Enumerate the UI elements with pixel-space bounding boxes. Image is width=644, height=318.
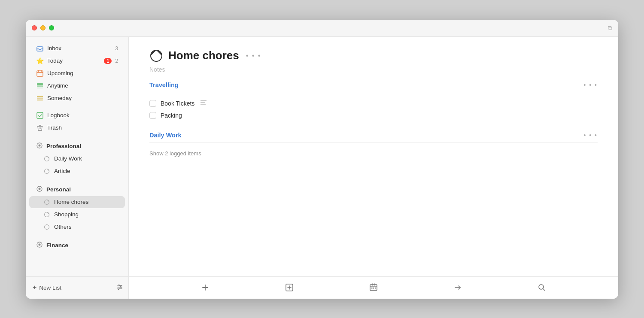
sidebar-item-someday[interactable]: Someday xyxy=(29,92,125,104)
book-tickets-checkbox[interactable] xyxy=(149,100,156,107)
personal-label: Personal xyxy=(46,186,71,193)
travelling-section-title[interactable]: Travelling xyxy=(149,82,179,88)
svg-point-30 xyxy=(120,286,122,288)
content-title-icon xyxy=(149,49,163,63)
today-icon: ⭐ xyxy=(36,57,44,65)
svg-rect-5 xyxy=(37,83,43,85)
sidebar-item-upcoming[interactable]: Upcoming xyxy=(29,67,125,79)
svg-point-31 xyxy=(118,288,119,289)
svg-point-49 xyxy=(539,285,544,289)
svg-line-50 xyxy=(543,289,545,291)
search-button[interactable] xyxy=(534,280,550,295)
close-button[interactable] xyxy=(32,25,37,30)
svg-rect-1 xyxy=(37,71,43,76)
sidebar-footer: + New List xyxy=(26,276,128,299)
show-logged-label: Show 2 logged items xyxy=(149,150,201,157)
sidebar-item-today[interactable]: ⭐ Today 1 2 xyxy=(29,55,125,67)
sidebar-item-trash[interactable]: Trash xyxy=(29,122,125,134)
move-button[interactable] xyxy=(450,280,465,295)
task-packing[interactable]: Packing xyxy=(149,109,598,121)
professional-group-icon xyxy=(36,142,43,150)
svg-point-25 xyxy=(39,243,41,245)
notes-field[interactable]: Notes xyxy=(149,66,598,76)
task-book-tickets[interactable]: Book Tickets xyxy=(149,97,598,109)
inbox-label: Inbox xyxy=(47,45,112,51)
daily-work-icon xyxy=(43,155,51,163)
professional-label: Professional xyxy=(46,143,81,149)
sidebar-item-shopping[interactable]: Shopping xyxy=(29,209,125,221)
svg-rect-6 xyxy=(37,85,43,87)
maximize-button[interactable] xyxy=(49,25,54,30)
svg-rect-46 xyxy=(373,288,374,289)
daily-work-section-title[interactable]: Daily Work xyxy=(149,132,182,139)
sidebar: Inbox 3 ⭐ Today 1 2 Upcoming xyxy=(26,37,129,299)
anytime-label: Anytime xyxy=(47,82,118,89)
minimize-button[interactable] xyxy=(40,25,46,30)
content-title-row: Home chores • • • xyxy=(149,49,598,63)
shopping-icon xyxy=(43,211,51,218)
shopping-label: Shopping xyxy=(54,211,118,218)
today-count: 2 xyxy=(115,58,118,64)
book-tickets-label: Book Tickets xyxy=(161,100,194,107)
others-label: Others xyxy=(54,224,118,230)
daily-work-more-button[interactable]: • • • xyxy=(584,132,598,139)
home-chores-label: Home chores xyxy=(54,199,118,205)
settings-icon[interactable] xyxy=(115,282,125,294)
logbook-icon xyxy=(36,112,44,119)
someday-icon xyxy=(36,94,44,102)
svg-rect-47 xyxy=(375,288,376,289)
svg-rect-8 xyxy=(37,96,43,97)
svg-point-23 xyxy=(45,224,49,229)
sidebar-section-personal[interactable]: Personal xyxy=(29,183,125,196)
svg-rect-33 xyxy=(200,100,207,101)
title-more-button[interactable]: • • • xyxy=(246,52,261,60)
plus-icon: + xyxy=(33,284,36,291)
content-toolbar xyxy=(129,276,618,299)
svg-rect-11 xyxy=(37,112,43,118)
inbox-count: 3 xyxy=(115,45,118,51)
svg-rect-9 xyxy=(37,98,43,100)
svg-rect-7 xyxy=(37,88,43,88)
professional-section: Professional Daily Work xyxy=(26,140,128,177)
sidebar-section-finance[interactable]: Finance xyxy=(29,239,125,251)
packing-checkbox[interactable] xyxy=(149,112,156,119)
inbox-icon xyxy=(36,45,44,52)
sidebar-item-logbook[interactable]: Logbook xyxy=(29,109,125,121)
sidebar-item-inbox[interactable]: Inbox 3 xyxy=(29,42,125,55)
new-list-button[interactable]: + New List xyxy=(29,282,65,293)
main-content: Inbox 3 ⭐ Today 1 2 Upcoming xyxy=(26,37,618,299)
sidebar-items: Inbox 3 ⭐ Today 1 2 Upcoming xyxy=(26,37,128,276)
traffic-lights xyxy=(32,25,54,30)
today-label: Today xyxy=(47,58,100,64)
calendar-button[interactable] xyxy=(366,280,381,295)
home-chores-icon xyxy=(43,198,51,206)
daily-work-title-row: Daily Work • • • xyxy=(149,132,598,142)
svg-rect-10 xyxy=(37,100,43,101)
sidebar-item-home-chores[interactable]: Home chores xyxy=(29,196,125,208)
copy-icon[interactable]: ⧉ xyxy=(608,24,612,32)
logbook-label: Logbook xyxy=(47,112,118,118)
personal-section: Personal Home chores Sho xyxy=(26,183,128,233)
packing-label: Packing xyxy=(161,112,182,119)
svg-rect-34 xyxy=(200,102,205,103)
someday-label: Someday xyxy=(47,95,118,101)
upcoming-icon xyxy=(36,70,44,77)
sidebar-item-others[interactable]: Others xyxy=(29,221,125,233)
finance-section: Finance xyxy=(26,239,128,251)
travelling-more-button[interactable]: • • • xyxy=(584,82,598,88)
sidebar-item-anytime[interactable]: Anytime xyxy=(29,80,125,92)
sidebar-item-article[interactable]: Article xyxy=(29,165,125,177)
trash-label: Trash xyxy=(47,124,118,131)
others-icon xyxy=(43,223,51,231)
add-task-button[interactable] xyxy=(197,280,213,295)
sidebar-section-professional[interactable]: Professional xyxy=(29,140,125,152)
svg-point-29 xyxy=(118,285,120,286)
daily-work-label: Daily Work xyxy=(54,155,118,162)
article-icon xyxy=(43,167,51,175)
daily-work-section: Daily Work • • • Show 2 logged items xyxy=(149,132,598,159)
finance-group-icon xyxy=(36,241,43,249)
show-logged-button[interactable]: Show 2 logged items xyxy=(149,148,598,159)
new-item-button[interactable] xyxy=(282,280,297,295)
app-window: ⧉ Inbox 3 ⭐ Today 1 2 xyxy=(26,20,618,299)
sidebar-item-daily-work[interactable]: Daily Work xyxy=(29,153,125,165)
